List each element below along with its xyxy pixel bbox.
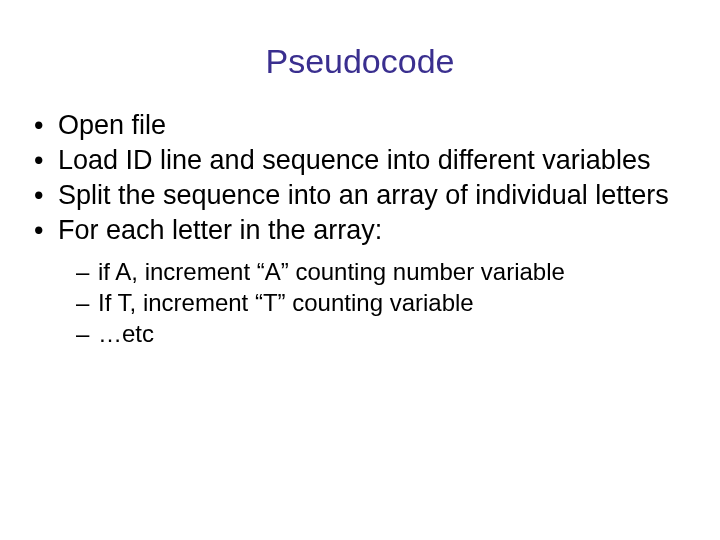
slide-title: Pseudocode [0,0,720,109]
bullet-text: Open file [58,110,166,140]
sub-bullet-text: if A, increment “A” counting number vari… [98,258,565,285]
bullet-text: For each letter in the array: [58,215,382,245]
sub-bullet-text: If T, increment “T” counting variable [98,289,474,316]
list-item: Split the sequence into an array of indi… [28,179,680,212]
list-item: If T, increment “T” counting variable [76,288,680,317]
list-item: …etc [76,319,680,348]
list-item: Load ID line and sequence into different… [28,144,680,177]
list-item: For each letter in the array: if A, incr… [28,214,680,349]
sub-bullet-list: if A, increment “A” counting number vari… [58,257,680,349]
slide: Pseudocode Open file Load ID line and se… [0,0,720,540]
bullet-text: Load ID line and sequence into different… [58,145,650,175]
sub-bullet-text: …etc [98,320,154,347]
list-item: Open file [28,109,680,142]
list-item: if A, increment “A” counting number vari… [76,257,680,286]
bullet-list: Open file Load ID line and sequence into… [28,109,680,349]
bullet-text: Split the sequence into an array of indi… [58,180,669,210]
slide-body: Open file Load ID line and sequence into… [0,109,720,349]
